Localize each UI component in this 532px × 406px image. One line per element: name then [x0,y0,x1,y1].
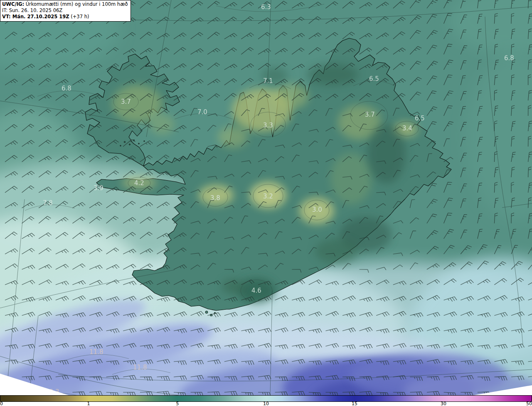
precip-label: 3.4 [402,125,412,132]
title-line-product: UWC/IG: Úrkomumætti (mm) og vindur i 100… [2,1,128,7]
colorbar-tick: 30 [441,401,446,406]
title-line-valid: VT: Mán. 27.10.2025 19Z (+37 h) [2,14,128,20]
valid-time: VT: Mán. 27.10.2025 19Z [2,14,69,20]
precip-label: 7.0 [197,108,207,116]
precip-label: 11.8 [133,364,147,371]
precip-label: 11.8 [89,348,103,356]
precip-label: 3.3 [263,122,273,129]
precip-label: 3.7 [365,111,375,118]
title-line-init: IT: Sun. 26. 10. 2025 06Z [2,7,128,14]
precip-label: 4.6 [251,287,261,294]
precip-label: 3.0 [312,206,322,213]
product-title: Úrkomumætti (mm) og vindur i 100m hæð [24,1,128,7]
precip-label: 3.2 [263,193,273,200]
colorbar-tick: 10 [263,401,269,406]
precip-label: 3.8 [210,194,220,202]
precip-label: 3.9 [94,184,103,192]
colorbar-tick: 1 [87,401,90,406]
title-box: UWC/IG: Úrkomumætti (mm) og vindur i 100… [0,0,131,22]
colorbar-ticks: 01510153050 [0,401,532,406]
precip-label: 6.3 [261,3,271,11]
precip-label: 6.5 [369,75,379,83]
product-label: UWC/IG: [2,1,24,7]
precip-label: 4.2 [134,179,144,187]
colorbar-tick: 50 [526,401,532,406]
colorbar-tick: 0 [0,401,3,406]
precip-label: 7.8 [43,199,53,207]
precip-label: 6.8 [504,54,514,62]
weather-map-canvas: 6.36.86.83.77.16.57.03.33.76.53.44.23.97… [0,0,532,395]
precip-label: 6.5 [415,115,425,122]
colorbar: 01510153050 [0,395,532,406]
precip-label: 3.7 [121,98,131,105]
valid-time-suffix: (+37 h) [69,14,89,20]
colorbar-tick: 5 [176,401,179,406]
precip-label: 7.1 [263,77,273,85]
init-time: IT: Sun. 26. 10. 2025 06Z [2,7,62,13]
colorbar-tick: 15 [352,401,357,406]
precip-label: 6.8 [62,85,71,92]
weather-map-app: 6.36.86.83.77.16.57.03.33.76.53.44.23.97… [0,0,532,406]
